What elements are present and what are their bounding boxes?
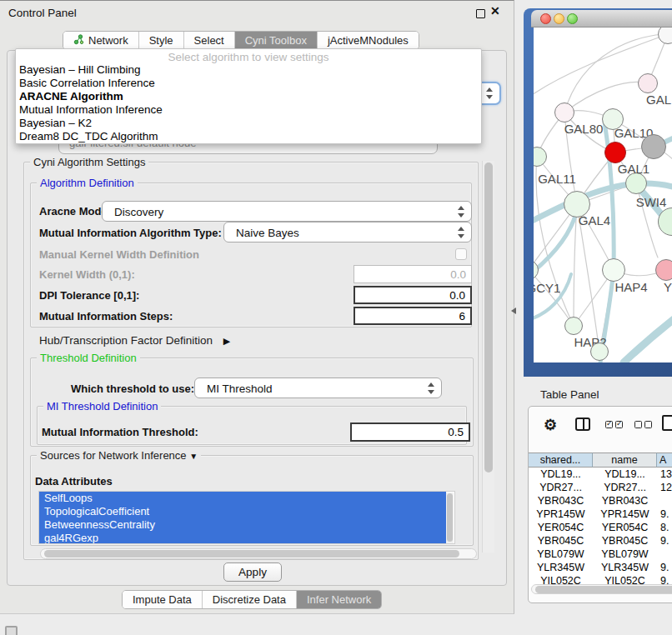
table-row[interactable]: YDL19...YDL19...13 xyxy=(529,468,672,481)
column-header-name[interactable]: name xyxy=(593,452,657,468)
algorithm-dropdown-list: Select algorithm to view settings Bayesi… xyxy=(15,48,482,144)
table-cell: YBR045C xyxy=(529,534,593,548)
table-row[interactable]: YPR145WYPR145W9. xyxy=(529,508,672,521)
table-cell: YBR043C xyxy=(529,494,593,508)
which-threshold-combo[interactable]: MI Threshold xyxy=(194,378,442,398)
network-node-node-red[interactable] xyxy=(604,142,626,163)
network-node-gal80[interactable] xyxy=(554,102,574,122)
tab-label: Style xyxy=(149,34,173,47)
tab-infer-network[interactable]: Infer Network xyxy=(296,591,381,608)
settings-vertical-scrollbar[interactable] xyxy=(482,161,494,552)
table-cell xyxy=(657,548,672,561)
algorithm-option-aracne-algorithm[interactable]: ARACNE Algorithm xyxy=(16,90,481,103)
aracne-mode-combo[interactable]: Discovery xyxy=(102,201,472,222)
deselect-all-icon[interactable] xyxy=(634,421,652,428)
network-node-node-pink[interactable] xyxy=(655,259,672,281)
network-icon xyxy=(73,34,84,48)
new-table-icon[interactable] xyxy=(662,415,672,431)
zoom-traffic-light[interactable] xyxy=(567,13,578,24)
column-layout-icon[interactable] xyxy=(575,418,590,431)
column-header-a[interactable]: A xyxy=(657,452,672,468)
table-row[interactable]: YLR345WYLR345W9. xyxy=(529,561,672,574)
network-node-node-gray[interactable] xyxy=(641,134,666,159)
table-cell: YPR145W xyxy=(593,508,657,521)
group-title: Cyni Algorithm Settings xyxy=(30,156,148,168)
panel-title: Control Panel xyxy=(8,7,77,19)
node-label-gcy1: GCY1 xyxy=(534,281,560,295)
network-node-gal-cut[interactable] xyxy=(638,73,658,93)
settings-horizontal-scrollbar[interactable] xyxy=(40,548,477,559)
table-row[interactable]: YBL079WYBL079W xyxy=(529,548,672,561)
tab-label: Network xyxy=(88,34,128,47)
combo-value: MI Threshold xyxy=(207,382,273,394)
table-cell: 9. xyxy=(657,561,672,574)
manual-kernel-width-checkbox[interactable] xyxy=(455,248,467,260)
dropdown-placeholder: Select algorithm to view settings xyxy=(16,49,481,63)
combo-value: Discovery xyxy=(114,205,163,218)
network-node-hap2[interactable] xyxy=(564,317,583,335)
sources-toggle[interactable]: Sources for Network Inference ▼ xyxy=(37,449,201,462)
pane-collapse-arrow-icon[interactable] xyxy=(511,308,516,314)
hub-definition-toggle[interactable]: Hub/Transcription Factor Definition ▶ xyxy=(39,334,230,347)
kernel-width-field[interactable] xyxy=(354,265,472,283)
column-header-shared-[interactable]: shared... xyxy=(529,452,593,468)
combo-stepper-icon xyxy=(428,382,435,394)
list-vertical-scrollbar[interactable] xyxy=(446,492,454,544)
minimize-traffic-light[interactable] xyxy=(554,13,564,24)
network-node-hap4[interactable] xyxy=(602,258,625,282)
network-node-node-bottom-cut[interactable] xyxy=(590,342,609,361)
tab-jactivemnodules[interactable]: jActiveMNodules xyxy=(317,32,419,49)
manual-kernel-width-label: Manual Kernel Width Definition xyxy=(39,248,199,261)
combo-stepper-icon xyxy=(458,206,465,218)
table-body: YDL19...YDL19...13YDR27...YDR27...12YBR0… xyxy=(529,468,672,588)
table-row[interactable]: YDR27...YDR27...12 xyxy=(529,481,672,494)
tab-network[interactable]: Network xyxy=(63,32,138,49)
table-cell: YLR345W xyxy=(529,561,593,574)
close-icon[interactable]: ✕ xyxy=(490,4,500,18)
table-horizontal-scrollbar[interactable] xyxy=(531,584,672,594)
tab-label: Cyni Toolbox xyxy=(245,34,307,47)
tab-select[interactable]: Select xyxy=(183,32,234,49)
float-window-icon[interactable] xyxy=(476,9,485,18)
node-label-gal4: GAL4 xyxy=(579,213,610,228)
algorithm-option-dream8-dc-tdc-algorithm[interactable]: Dream8 DC_TDC Algorithm xyxy=(16,130,481,143)
table-toolbar: ⚙ xyxy=(529,407,672,447)
table-cell: 12 xyxy=(657,481,672,494)
control-panel-window: Control Panel ✕ NetworkStyleSelectCyni T… xyxy=(0,0,514,614)
tab-discretize-data[interactable]: Discretize Data xyxy=(202,591,296,608)
table-row[interactable]: YER054CYER054C8. xyxy=(529,521,672,534)
algorithm-option-basic-correlation-inference[interactable]: Basic Correlation Inference xyxy=(16,77,481,90)
network-canvas[interactable]: GALGAL80GAL10GAL11GAL1SWI4GAL4GCY1HAP4YH… xyxy=(534,28,672,362)
panel-corner-icon[interactable] xyxy=(5,626,18,635)
network-window-titlebar[interactable] xyxy=(531,10,672,28)
network-node-gal1[interactable] xyxy=(625,172,647,194)
tab-impute-data[interactable]: Impute Data xyxy=(123,591,202,608)
node-label-node-pink: Y xyxy=(664,280,672,294)
network-view-window: GALGAL80GAL10GAL11GAL1SWI4GAL4GCY1HAP4YH… xyxy=(524,8,672,377)
expand-right-icon[interactable]: ▶ xyxy=(223,336,230,346)
mi-steps-field[interactable] xyxy=(354,307,472,325)
close-traffic-light[interactable] xyxy=(540,13,551,24)
table-row[interactable]: YBR045CYBR045C9. xyxy=(529,534,672,548)
mi-threshold-field[interactable] xyxy=(350,422,470,442)
algorithm-option-mutual-information-inference[interactable]: Mutual Information Inference xyxy=(16,103,481,117)
table-row[interactable]: YBR043CYBR043C xyxy=(529,494,672,508)
table-cell: YPR145W xyxy=(529,508,593,521)
algorithm-option-bayesian-hill-climbing[interactable]: Bayesian – Hill Climbing xyxy=(16,63,481,77)
algorithm-option-bayesian-k2[interactable]: Bayesian – K2 xyxy=(16,117,481,130)
apply-button[interactable]: Apply xyxy=(223,562,282,582)
settings-gear-icon[interactable]: ⚙ xyxy=(544,416,557,434)
attribute-item-topologicalcoefficient[interactable]: TopologicalCoefficient xyxy=(39,505,446,518)
attribute-item-betweennesscentrality[interactable]: BetweennessCentrality xyxy=(39,518,446,532)
attribute-item-selfloops[interactable]: SelfLoops xyxy=(39,492,446,505)
collapse-down-icon[interactable]: ▼ xyxy=(189,452,198,461)
mi-algorithm-type-combo[interactable]: Naive Bayes xyxy=(223,222,472,242)
data-attributes-list[interactable]: SelfLoopsTopologicalCoefficientBetweenne… xyxy=(38,491,455,544)
table-cell: YBL079W xyxy=(593,548,657,561)
dpi-tolerance-field[interactable] xyxy=(354,286,472,304)
tab-cyni-toolbox[interactable]: Cyni Toolbox xyxy=(234,32,317,49)
table-cell: YLR345W xyxy=(593,561,657,574)
attribute-item-gal4rgexp[interactable]: gal4RGexp xyxy=(39,532,446,544)
select-all-icon[interactable] xyxy=(605,421,623,428)
tab-style[interactable]: Style xyxy=(138,32,183,49)
